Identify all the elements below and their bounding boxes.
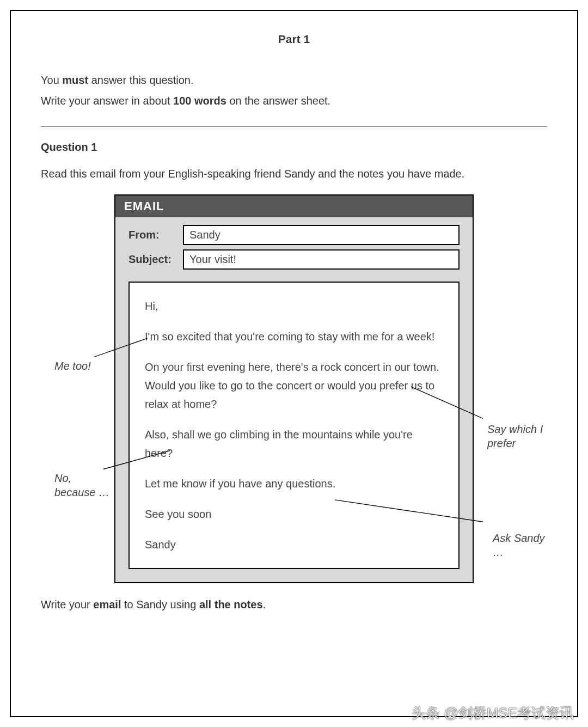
divider xyxy=(41,126,547,127)
from-label: From: xyxy=(128,229,183,241)
subject-label: Subject: xyxy=(128,253,183,266)
text: to Sandy using xyxy=(121,598,199,610)
email-paragraph-3: Also, shall we go climbing in the mounta… xyxy=(145,425,443,462)
text: answer this question. xyxy=(88,74,193,86)
text: Write your xyxy=(41,598,93,610)
text: on the answer sheet. xyxy=(226,95,330,107)
text-bold: email xyxy=(93,598,121,610)
email-paragraph-1: I'm so excited that you're coming to sta… xyxy=(145,327,443,346)
subject-value: Your visit! xyxy=(183,249,460,270)
text: Write your answer in about xyxy=(41,95,173,107)
text-bold: 100 words xyxy=(173,95,226,107)
note-ask-sandy: Ask Sandy … xyxy=(493,531,553,559)
email-meta: From: Sandy Subject: Your visit! xyxy=(115,217,473,282)
text: . xyxy=(263,598,266,610)
email-paragraph-4: Let me know if you have any questions. xyxy=(145,474,443,493)
email-paragraph-2: On your first evening here, there's a ro… xyxy=(145,358,443,413)
email-panel: EMAIL From: Sandy Subject: Your visit! H… xyxy=(114,194,474,583)
note-no-because: No, because … xyxy=(54,471,114,499)
instruction-line-1: You must answer this question. xyxy=(41,70,547,90)
text: You xyxy=(41,74,62,86)
text-bold: all the notes xyxy=(199,598,263,610)
instruction-line-2: Write your answer in about 100 words on … xyxy=(41,90,547,111)
email-signature: Sandy xyxy=(145,535,443,554)
email-body: Hi, I'm so excited that you're coming to… xyxy=(128,282,460,569)
part-title: Part 1 xyxy=(41,33,547,46)
email-header: EMAIL xyxy=(115,196,473,217)
question-prompt: Read this email from your English-speaki… xyxy=(41,168,547,180)
closing-instruction: Write your email to Sandy using all the … xyxy=(41,598,547,611)
from-value: Sandy xyxy=(183,225,460,245)
question-heading: Question 1 xyxy=(41,141,547,154)
text-bold: must xyxy=(62,74,88,86)
email-greeting: Hi, xyxy=(145,297,443,315)
annotated-email: EMAIL From: Sandy Subject: Your visit! H… xyxy=(41,194,547,583)
note-me-too: Me too! xyxy=(54,359,91,373)
note-say-which: Say which I prefer xyxy=(487,422,553,450)
email-subject-row: Subject: Your visit! xyxy=(128,249,460,270)
watermark: 头条 @剑桥MSE考试资讯 xyxy=(412,704,574,723)
email-signoff: See you soon xyxy=(145,505,443,523)
email-from-row: From: Sandy xyxy=(128,225,460,245)
